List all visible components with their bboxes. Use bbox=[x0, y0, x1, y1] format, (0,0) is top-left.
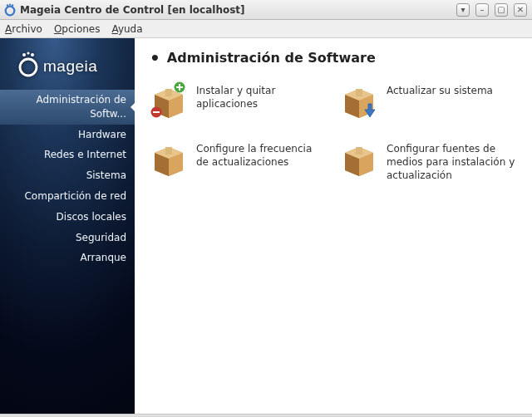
svg-rect-28 bbox=[165, 147, 172, 155]
titlebar: Mageia Centro de Control [en localhost] … bbox=[0, 0, 532, 20]
svg-point-2 bbox=[9, 3, 11, 5]
section-title-text: Administración de Software bbox=[167, 50, 376, 66]
statusbar bbox=[0, 414, 532, 417]
svg-point-4 bbox=[20, 59, 37, 76]
sidebar-item-netshare[interactable]: Compartición de red bbox=[0, 186, 135, 207]
item-update-system[interactable]: Actualizar su sistema bbox=[340, 81, 517, 119]
sidebar-item-label: Discos locales bbox=[57, 211, 126, 223]
box-plain-icon bbox=[150, 139, 188, 177]
app-body: mageia Administración de Softw... Hardwa… bbox=[0, 38, 532, 414]
main-panel: Administración de Software bbox=[135, 38, 532, 414]
item-label: Configure la frecuencia de actualizacion… bbox=[196, 139, 327, 169]
sidebar-item-boot[interactable]: Arranque bbox=[0, 248, 135, 268]
svg-rect-17 bbox=[153, 111, 160, 113]
svg-rect-33 bbox=[356, 147, 362, 155]
category-list: Administración de Softw... Hardware Rede… bbox=[0, 90, 135, 268]
maximize-button[interactable]: ▢ bbox=[495, 3, 508, 17]
items-grid: Instalar y quitar aplicaciones bbox=[150, 81, 517, 183]
svg-rect-15 bbox=[176, 86, 183, 88]
sidebar-item-label: Seguridad bbox=[76, 232, 126, 243]
svg-point-0 bbox=[6, 6, 15, 15]
menubar: Archivo Opciones Ayuda bbox=[0, 20, 532, 38]
sidebar-item-label: Compartición de red bbox=[24, 190, 126, 202]
svg-point-5 bbox=[22, 53, 26, 56]
sidebar-item-disks[interactable]: Discos locales bbox=[0, 207, 135, 228]
svg-rect-12 bbox=[165, 89, 172, 96]
svg-point-6 bbox=[27, 52, 29, 54]
item-install-remove[interactable]: Instalar y quitar aplicaciones bbox=[150, 81, 327, 119]
brand-logo: mageia bbox=[0, 38, 135, 90]
sidebar-item-network[interactable]: Redes e Internet bbox=[0, 145, 135, 165]
sidebar-item-label: Arranque bbox=[81, 252, 126, 263]
sidebar-item-label: Sistema bbox=[86, 169, 126, 181]
app-icon bbox=[3, 3, 17, 17]
sidebar-item-label: Administración de Softw... bbox=[36, 94, 126, 120]
item-label: Actualizar su sistema bbox=[387, 81, 493, 97]
sidebar: mageia Administración de Softw... Hardwa… bbox=[0, 38, 135, 414]
item-label: Instalar y quitar aplicaciones bbox=[196, 81, 327, 110]
minimize-button[interactable]: – bbox=[475, 3, 489, 17]
item-media-sources[interactable]: Configurar fuentes de medios para instal… bbox=[340, 139, 517, 183]
sidebar-item-system[interactable]: Sistema bbox=[0, 165, 135, 186]
menu-opciones[interactable]: Opciones bbox=[54, 23, 101, 35]
sidebar-item-label: Hardware bbox=[78, 129, 126, 140]
svg-point-1 bbox=[7, 4, 9, 7]
box-plain-icon bbox=[340, 139, 378, 177]
box-addremove-icon bbox=[150, 81, 188, 119]
brand-text: mageia bbox=[43, 57, 97, 75]
svg-rect-22 bbox=[356, 89, 362, 96]
svg-point-7 bbox=[31, 53, 34, 56]
svg-point-3 bbox=[12, 4, 14, 7]
sidebar-item-software[interactable]: Administración de Softw... bbox=[0, 90, 135, 125]
window-title: Mageia Centro de Control [en localhost] bbox=[20, 4, 245, 16]
sidebar-item-label: Redes e Internet bbox=[44, 149, 126, 160]
menu-archivo[interactable]: Archivo bbox=[5, 23, 42, 35]
sidebar-item-security[interactable]: Seguridad bbox=[0, 228, 135, 248]
sidebar-item-hardware[interactable]: Hardware bbox=[0, 125, 135, 145]
section-title: Administración de Software bbox=[150, 50, 517, 66]
close-button[interactable]: ✕ bbox=[514, 3, 527, 17]
item-update-frequency[interactable]: Configure la frecuencia de actualizacion… bbox=[150, 139, 327, 183]
menu-ayuda[interactable]: Ayuda bbox=[111, 23, 142, 35]
box-update-icon bbox=[340, 81, 378, 119]
item-label: Configurar fuentes de medios para instal… bbox=[387, 139, 517, 183]
ontop-button[interactable]: ▾ bbox=[456, 3, 470, 17]
